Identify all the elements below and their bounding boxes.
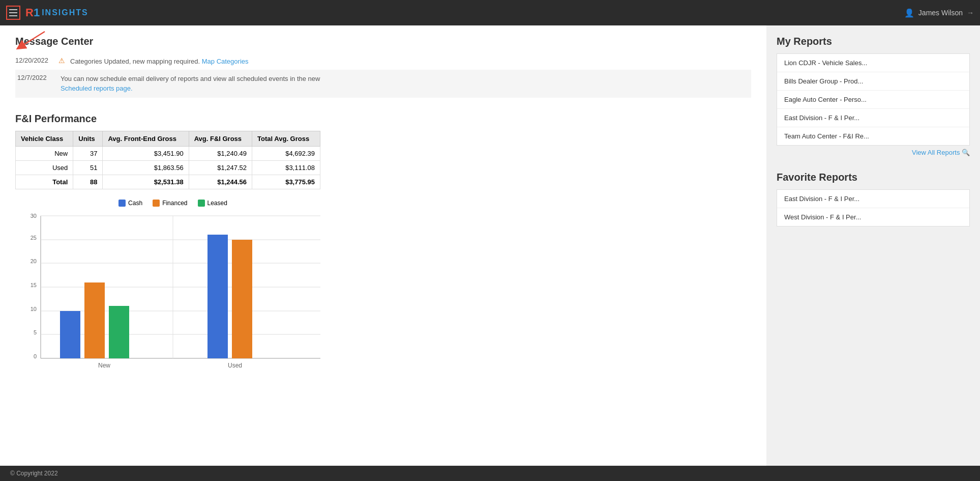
col-header-front-end-gross: Avg. Front-End Gross [103, 131, 189, 146]
cell-total-total: $3,775.95 [252, 175, 320, 189]
legend-cash: Cash [118, 200, 142, 207]
cell-units-new: 37 [73, 146, 103, 160]
header-left: R1 INSIGHTS [6, 6, 88, 20]
my-report-item-3[interactable]: Eagle Auto Center - Perso... [777, 91, 969, 109]
msg-text-1: Categories Updated, new mapping required… [70, 56, 249, 67]
table-row-used: Used 51 $1,863.56 $1,247.52 $3,111.08 [16, 160, 320, 175]
msg-link-1[interactable]: Map Categories [202, 58, 249, 65]
msg-text-2: You can now schedule email delivery of r… [61, 74, 320, 94]
col-header-total-avg-gross: Total Avg. Gross [252, 131, 320, 146]
my-report-item-4[interactable]: East Division - F & I Per... [777, 109, 969, 127]
logo-r1: R1 [25, 6, 40, 19]
warning-icon: ⚠ [58, 56, 65, 65]
logout-icon[interactable]: → [967, 9, 974, 17]
chart-legend: Cash Financed Leased [15, 200, 331, 207]
header: R1 INSIGHTS 👤 James Wilson → [0, 0, 980, 25]
y-tick-15: 15 [31, 282, 37, 288]
cell-vehicle-class-new: New [16, 146, 73, 160]
chart-area: 30 25 20 15 10 [15, 211, 331, 374]
legend-financed-label: Financed [162, 200, 187, 207]
y-tick-0: 0 [34, 353, 37, 359]
message-center-title: Message Center [15, 36, 751, 47]
col-header-fni-gross: Avg. F&I Gross [189, 131, 252, 146]
legend-leased-dot [198, 200, 205, 207]
left-panel: Message Center 12/20/2022 ⚠ Categories U… [0, 25, 766, 466]
bar-new-cash [60, 311, 80, 358]
cell-vehicle-class-total: Total [16, 175, 73, 189]
table-row-total: Total 88 $2,531.38 $1,244.56 $3,775.95 [16, 175, 320, 189]
legend-leased: Leased [198, 200, 227, 207]
my-report-item-5[interactable]: Team Auto Center - F&I Re... [777, 127, 969, 145]
user-icon: 👤 [904, 8, 914, 18]
favorite-reports-list: East Division - F & I Per... West Divisi… [777, 189, 970, 227]
favorite-reports-title: Favorite Reports [777, 172, 970, 183]
cell-front-end-total: $2,531.38 [103, 175, 189, 189]
chart-svg: 30 25 20 15 10 [15, 211, 331, 374]
cell-fni-total: $1,244.56 [189, 175, 252, 189]
y-tick-30: 30 [31, 213, 37, 219]
cell-units-used: 51 [73, 160, 103, 175]
cell-units-total: 88 [73, 175, 103, 189]
legend-financed: Financed [153, 200, 187, 207]
bar-used-cash [207, 235, 228, 358]
bar-new-leased [109, 306, 129, 358]
cell-total-new: $4,692.39 [252, 146, 320, 160]
legend-financed-dot [153, 200, 160, 207]
message-row-info: 12/7/2022 You can now schedule email del… [15, 70, 751, 98]
bar-new-financed [84, 282, 105, 358]
cell-fni-new: $1,240.49 [189, 146, 252, 160]
x-label-used: Used [228, 362, 242, 369]
fni-title: F&I Performance [15, 113, 751, 125]
fav-report-item-1[interactable]: East Division - F & I Per... [777, 190, 969, 208]
legend-cash-label: Cash [128, 200, 142, 207]
y-tick-10: 10 [31, 306, 37, 312]
copyright-text: © Copyright 2022 [10, 470, 58, 477]
msg-link-2[interactable]: Scheduled reports page. [61, 84, 133, 92]
msg-date-1: 12/20/2022 [15, 56, 53, 64]
cell-vehicle-class-used: Used [16, 160, 73, 175]
logo-insights-text: INSIGHTS [42, 8, 88, 17]
my-reports-section: My Reports Lion CDJR - Vehicle Sales... … [777, 36, 970, 159]
fni-performance: F&I Performance Vehicle Class Units Avg.… [15, 113, 751, 374]
msg-plain-2: You can now schedule email delivery of r… [61, 75, 320, 82]
footer: © Copyright 2022 [0, 466, 980, 481]
logo-r-text: R [25, 6, 34, 19]
logo: R1 INSIGHTS [25, 6, 88, 19]
logo-1-text: 1 [34, 6, 40, 19]
view-all-reports-anchor[interactable]: View All Reports 🔍 [912, 149, 970, 156]
right-panel: My Reports Lion CDJR - Vehicle Sales... … [766, 25, 980, 466]
table-row-new: New 37 $3,451.90 $1,240.49 $4,692.39 [16, 146, 320, 160]
fav-report-item-2[interactable]: West Division - F & I Per... [777, 208, 969, 226]
message-row-alert: 12/20/2022 ⚠ Categories Updated, new map… [15, 53, 751, 70]
y-tick-20: 20 [31, 258, 37, 264]
legend-cash-dot [118, 200, 126, 207]
col-header-units: Units [73, 131, 103, 146]
y-tick-5: 5 [34, 329, 37, 335]
cell-fni-used: $1,247.52 [189, 160, 252, 175]
msg-plain-1: Categories Updated, new mapping required… [70, 58, 200, 65]
favorite-reports-section: Favorite Reports East Division - F & I P… [777, 172, 970, 227]
cell-total-used: $3,111.08 [252, 160, 320, 175]
fni-table: Vehicle Class Units Avg. Front-End Gross… [15, 131, 320, 189]
view-all-reports-link: View All Reports 🔍 [777, 146, 970, 159]
x-label-new: New [98, 362, 110, 369]
my-report-item-2[interactable]: Bills Dealer Group - Prod... [777, 72, 969, 91]
y-tick-25: 25 [31, 235, 37, 241]
cell-front-end-new: $3,451.90 [103, 146, 189, 160]
bar-used-financed [232, 240, 252, 358]
col-header-vehicle-class: Vehicle Class [16, 131, 73, 146]
legend-leased-label: Leased [207, 200, 227, 207]
main-content: Message Center 12/20/2022 ⚠ Categories U… [0, 25, 980, 466]
my-reports-title: My Reports [777, 36, 970, 47]
msg-date-2: 12/7/2022 [17, 74, 55, 81]
my-reports-list: Lion CDJR - Vehicle Sales... Bills Deale… [777, 53, 970, 146]
my-report-item-1[interactable]: Lion CDJR - Vehicle Sales... [777, 54, 969, 72]
cell-front-end-used: $1,863.56 [103, 160, 189, 175]
bar-chart: Cash Financed Leased [15, 200, 331, 374]
menu-button[interactable] [6, 6, 20, 20]
message-center: Message Center 12/20/2022 ⚠ Categories U… [15, 36, 751, 98]
header-right: 👤 James Wilson → [904, 8, 974, 18]
user-name: James Wilson [918, 9, 963, 17]
